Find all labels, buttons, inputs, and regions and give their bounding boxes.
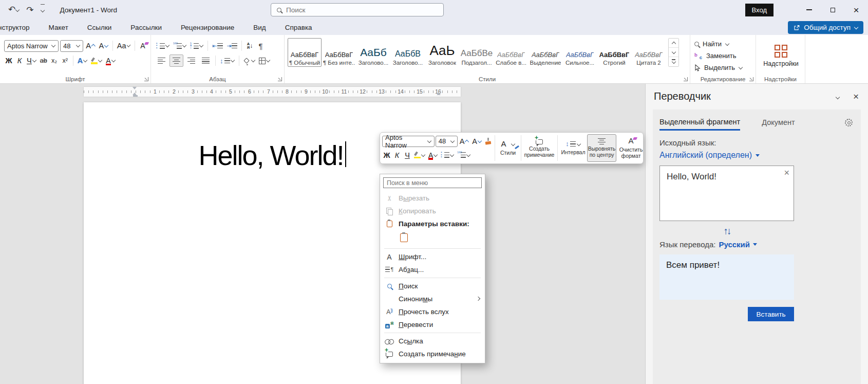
style-subtle-emphasis[interactable]: АаБбВвГСлабое в... bbox=[494, 38, 528, 67]
tab-mailings[interactable]: Рассылки bbox=[130, 24, 162, 31]
mini-new-comment-button[interactable]: Создать примечание bbox=[523, 134, 556, 162]
target-language-selector[interactable]: Русский bbox=[719, 240, 757, 249]
menu-item-synonyms[interactable]: Синонимы bbox=[380, 292, 485, 305]
mini-format-painter-button[interactable] bbox=[484, 135, 493, 148]
menu-item-read-aloud[interactable]: А))Прочесть вслух bbox=[380, 305, 485, 318]
bold-button[interactable]: Ж bbox=[4, 54, 13, 67]
swap-languages-button[interactable]: ↑↓ bbox=[659, 226, 794, 237]
menu-item-new-comment[interactable]: Создать примечание bbox=[380, 348, 485, 360]
styles-dialog-launcher[interactable] bbox=[684, 77, 688, 81]
menu-item-paragraph[interactable]: ¶Абзац... bbox=[380, 263, 485, 276]
horizontal-ruler[interactable]: 1 2 3 4 5 6 7 8 9 10 11 12 13 14 15 16 bbox=[84, 87, 461, 97]
restore-button[interactable] bbox=[821, 0, 844, 20]
justify-button[interactable] bbox=[199, 54, 212, 67]
share-button[interactable]: Общий доступ bbox=[788, 21, 863, 34]
style-quote2[interactable]: АаБбВвГЦитата 2 bbox=[632, 38, 666, 67]
style-title[interactable]: АаЬЗаголовок bbox=[425, 38, 459, 67]
style-heading2[interactable]: АаБбВЗаголово... bbox=[391, 38, 425, 67]
mini-numbering-button[interactable] bbox=[456, 149, 471, 161]
align-right-button[interactable] bbox=[185, 54, 198, 67]
mini-styles-button[interactable]: АСтили bbox=[497, 134, 519, 162]
source-language-selector[interactable]: Английский (определен) bbox=[659, 151, 760, 160]
gear-icon[interactable] bbox=[845, 119, 853, 126]
font-name-combo[interactable]: Aptos Narrow bbox=[4, 40, 59, 52]
search-input[interactable] bbox=[286, 6, 438, 14]
panel-close-button[interactable]: × bbox=[853, 92, 859, 101]
decrease-indent-button[interactable]: ⇤ bbox=[211, 40, 224, 52]
style-subtitle[interactable]: АаБбВеПодзагол... bbox=[460, 38, 494, 67]
find-button[interactable]: Найти bbox=[694, 38, 729, 50]
editing-dialog-launcher[interactable] bbox=[749, 77, 753, 81]
mini-bullets-button[interactable] bbox=[440, 149, 455, 161]
search-box[interactable] bbox=[271, 3, 444, 16]
redo-icon[interactable]: ↷ bbox=[26, 6, 33, 14]
menu-item-link[interactable]: Ссылка bbox=[380, 335, 485, 348]
right-indent-marker[interactable] bbox=[437, 93, 441, 95]
left-indent-marker[interactable] bbox=[133, 95, 138, 97]
italic-button[interactable]: К bbox=[15, 54, 24, 67]
text-effects-button[interactable]: А bbox=[77, 54, 88, 67]
menu-item-translate[interactable]: Перевести bbox=[380, 318, 485, 331]
mini-align-center-button[interactable]: Выровнять по центру bbox=[587, 134, 616, 162]
signin-button[interactable]: Вход bbox=[745, 4, 773, 16]
paragraph-dialog-launcher[interactable] bbox=[278, 77, 282, 81]
mini-clear-format-button[interactable]: АОчистить формат bbox=[616, 134, 646, 162]
align-left-button[interactable] bbox=[155, 54, 168, 67]
style-emphasis[interactable]: АаБбВвГВыделение bbox=[529, 38, 562, 67]
panel-collapse-button[interactable] bbox=[836, 92, 840, 101]
mini-bold-button[interactable]: Ж bbox=[382, 149, 391, 161]
insert-translation-button[interactable]: Вставить bbox=[748, 307, 794, 321]
mini-underline-button[interactable]: Ч bbox=[403, 149, 412, 161]
menu-item-font[interactable]: АШрифт... bbox=[380, 250, 485, 263]
first-line-indent-marker[interactable] bbox=[133, 87, 137, 89]
mini-highlight-button[interactable] bbox=[413, 149, 426, 161]
tab-document[interactable]: Документ bbox=[762, 118, 795, 131]
mini-spacing-button[interactable]: ↕Интервал bbox=[559, 134, 587, 162]
bullets-button[interactable] bbox=[155, 40, 171, 52]
style-heading1[interactable]: АаБбЗаголово... bbox=[356, 38, 390, 67]
mini-font-name-combo[interactable]: Aptos Narrow bbox=[382, 136, 435, 147]
style-no-spacing[interactable]: АаБбВвГ¶ Без инте... bbox=[322, 38, 356, 67]
styles-gallery-more-button[interactable] bbox=[669, 57, 678, 66]
tab-constructor[interactable]: нструктор bbox=[0, 24, 30, 31]
mini-italic-button[interactable]: К bbox=[392, 149, 402, 161]
highlight-button[interactable] bbox=[90, 54, 103, 67]
minimize-button[interactable] bbox=[797, 0, 821, 20]
styles-scroll-down-button[interactable] bbox=[669, 48, 678, 57]
menu-search-input[interactable] bbox=[383, 177, 482, 188]
change-case-button[interactable]: Aa bbox=[116, 40, 131, 52]
qat-overflow-icon[interactable] bbox=[41, 4, 45, 15]
style-strong[interactable]: АаБбВвГСтрогий bbox=[597, 38, 631, 67]
style-intense-emphasis[interactable]: АаБбВвГСильное... bbox=[563, 38, 597, 67]
grow-font-button[interactable]: А bbox=[85, 40, 96, 52]
addins-button[interactable]: Надстройки bbox=[760, 39, 802, 73]
font-color-button[interactable]: А bbox=[105, 54, 116, 67]
source-text-box[interactable]: Hello, World! × bbox=[659, 166, 794, 221]
increase-indent-button[interactable]: ⇥ bbox=[225, 40, 238, 52]
styles-scroll-up-button[interactable] bbox=[669, 39, 678, 48]
select-button[interactable]: Выделить bbox=[694, 62, 743, 74]
undo-icon[interactable]: ↶ bbox=[8, 5, 20, 15]
tab-selection[interactable]: Выделенный фрагмент bbox=[659, 118, 740, 131]
tab-review[interactable]: Рецензирование bbox=[181, 24, 234, 31]
align-center-button[interactable] bbox=[169, 54, 183, 67]
font-dialog-launcher[interactable] bbox=[144, 77, 148, 81]
sort-button[interactable]: АЯ↓ bbox=[245, 40, 254, 52]
underline-button[interactable]: Ч bbox=[26, 54, 37, 67]
mini-grow-font-button[interactable]: А bbox=[459, 135, 470, 148]
paste-keep-source-button[interactable] bbox=[399, 232, 409, 245]
mini-font-size-combo[interactable]: 48 bbox=[436, 136, 458, 147]
show-marks-button[interactable]: ¶ bbox=[256, 40, 265, 52]
font-size-combo[interactable]: 48 bbox=[60, 40, 83, 52]
style-normal[interactable]: АаБбВвГ¶ Обычный bbox=[288, 38, 322, 67]
clear-formatting-button[interactable]: А bbox=[138, 40, 147, 52]
numbering-button[interactable] bbox=[172, 40, 187, 52]
clear-source-button[interactable]: × bbox=[783, 167, 790, 178]
superscript-button[interactable]: x² bbox=[61, 54, 70, 67]
mini-font-color-button[interactable]: А bbox=[427, 149, 439, 161]
shrink-font-button[interactable]: А bbox=[98, 40, 109, 52]
subscript-button[interactable]: x₂ bbox=[50, 54, 59, 67]
multilevel-list-button[interactable] bbox=[189, 40, 204, 52]
tab-layout[interactable]: Макет bbox=[49, 24, 68, 31]
replace-button[interactable]: bcЗаменить bbox=[694, 50, 736, 62]
